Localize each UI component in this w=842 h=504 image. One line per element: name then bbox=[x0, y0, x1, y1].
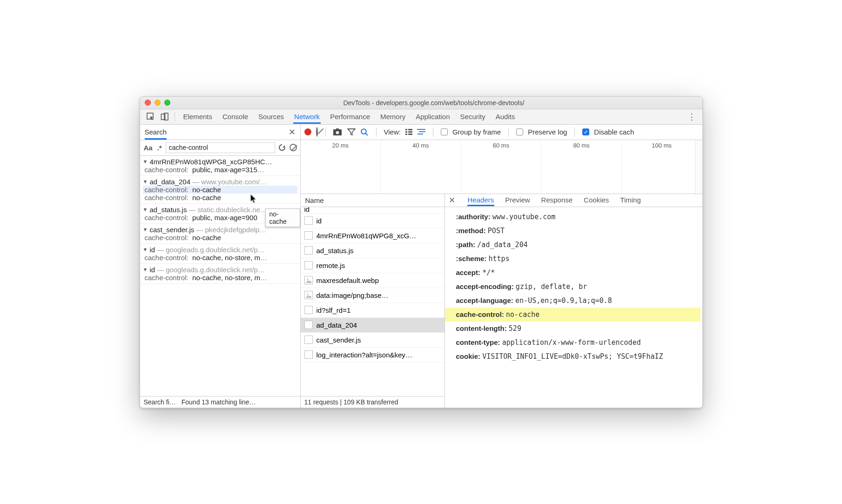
view-label: View: bbox=[384, 128, 401, 136]
detail-tab-cookies[interactable]: Cookies bbox=[583, 194, 609, 206]
request-row[interactable]: id?slf_rd=1 bbox=[301, 303, 445, 318]
search-result-group[interactable]: ▼ id — googleads.g.doubleclick.net/p…cac… bbox=[140, 264, 300, 284]
request-row[interactable]: remote.js bbox=[301, 258, 445, 273]
request-row[interactable]: maxresdefault.webp bbox=[301, 273, 445, 288]
request-name: ad_status.js bbox=[317, 247, 354, 255]
image-file-icon bbox=[304, 276, 313, 284]
tab-memory[interactable]: Memory bbox=[379, 109, 406, 124]
waterfall-view-icon[interactable] bbox=[417, 129, 425, 135]
device-toolbar-icon[interactable] bbox=[158, 109, 172, 124]
request-row[interactable]: ad_status.js bbox=[301, 243, 445, 258]
more-icon[interactable]: ⋮ bbox=[685, 112, 699, 122]
request-row[interactable]: id bbox=[301, 207, 445, 214]
search-result-group[interactable]: ▼ ad_data_204 — www.youtube.com/…cache-c… bbox=[140, 176, 300, 204]
request-row[interactable]: 4mrRnEPnWo81qWPG8_xcG… bbox=[301, 228, 445, 243]
request-row[interactable]: cast_sender.js bbox=[301, 333, 445, 348]
filter-icon[interactable] bbox=[347, 128, 356, 136]
search-input[interactable] bbox=[166, 142, 275, 153]
header-row: :method: POST bbox=[456, 224, 701, 238]
request-name: log_interaction?alt=json&key… bbox=[317, 351, 412, 359]
close-icon[interactable]: ✕ bbox=[289, 127, 296, 137]
inspect-element-icon[interactable] bbox=[144, 109, 158, 124]
search-result-line[interactable]: cache-control: no-cache bbox=[143, 186, 297, 194]
separator bbox=[325, 128, 326, 137]
header-row: accept: */* bbox=[456, 266, 701, 280]
tab-elements[interactable]: Elements bbox=[182, 109, 214, 124]
maximize-window-icon[interactable] bbox=[164, 100, 170, 106]
detail-tab-response[interactable]: Response bbox=[541, 194, 573, 206]
file-icon bbox=[304, 216, 313, 225]
file-icon bbox=[304, 306, 313, 314]
file-icon bbox=[304, 261, 313, 269]
tab-network[interactable]: Network bbox=[293, 109, 321, 124]
clear-log-icon[interactable] bbox=[316, 128, 318, 136]
regex-icon[interactable]: .* bbox=[156, 144, 163, 152]
tab-performance[interactable]: Performance bbox=[329, 109, 371, 124]
header-row: :scheme: https bbox=[456, 252, 701, 266]
traffic-lights bbox=[145, 100, 170, 106]
network-content: View: Group by frame Preserve log Disabl… bbox=[301, 125, 702, 408]
group-by-frame-checkbox[interactable] bbox=[441, 128, 448, 135]
request-name: ad_data_204 bbox=[317, 321, 357, 329]
tab-audits[interactable]: Audits bbox=[495, 109, 516, 124]
search-result-line[interactable]: cache-control: public, max-age=315… bbox=[143, 166, 297, 174]
tab-sources[interactable]: Sources bbox=[257, 109, 285, 124]
preserve-log-label: Preserve log bbox=[528, 128, 567, 136]
request-name: id?slf_rd=1 bbox=[317, 306, 351, 314]
scrollbar[interactable] bbox=[695, 140, 702, 194]
capture-screenshots-icon[interactable] bbox=[333, 128, 343, 136]
svg-line-7 bbox=[365, 133, 368, 135]
record-icon[interactable] bbox=[304, 128, 311, 135]
request-row[interactable]: ad_data_204 bbox=[301, 318, 445, 333]
search-footer: Search fi… Found 13 matching line… bbox=[140, 396, 300, 408]
search-result-line[interactable]: cache-control: no-cache, no-store, m… bbox=[143, 274, 297, 282]
tab-console[interactable]: Console bbox=[222, 109, 249, 124]
search-result-group[interactable]: ▼ 4mrRnEPnWo81qWPG8_xcGP85HC… cache-cont… bbox=[140, 156, 300, 176]
separator bbox=[376, 128, 377, 137]
request-name: remote.js bbox=[317, 262, 345, 269]
file-icon bbox=[304, 321, 313, 329]
separator bbox=[175, 112, 175, 121]
header-row: content-length: 529 bbox=[456, 322, 701, 336]
request-detail: ✕ HeadersPreviewResponseCookiesTiming :a… bbox=[445, 194, 702, 408]
search-footer-right: Found 13 matching line… bbox=[182, 398, 256, 406]
detail-tab-headers[interactable]: Headers bbox=[467, 194, 495, 206]
detail-tab-timing[interactable]: Timing bbox=[620, 194, 641, 206]
disable-cache-checkbox[interactable] bbox=[582, 128, 589, 135]
search-panel: Search ✕ Aa .* ▼ 4mrRnEPnWo81qWPG8_xcGP8… bbox=[140, 125, 301, 408]
search-result-group[interactable]: ▼ id — googleads.g.doubleclick.net/p…cac… bbox=[140, 244, 300, 264]
request-row[interactable]: data:image/png;base… bbox=[301, 288, 445, 303]
svg-point-5 bbox=[336, 131, 339, 134]
request-list-header[interactable]: Name bbox=[301, 194, 445, 207]
search-results: ▼ 4mrRnEPnWo81qWPG8_xcGP85HC… cache-cont… bbox=[140, 156, 300, 396]
search-tab-label[interactable]: Search bbox=[145, 124, 167, 140]
list-view-icon[interactable] bbox=[405, 129, 412, 135]
clear-icon[interactable] bbox=[289, 143, 297, 152]
preserve-log-checkbox[interactable] bbox=[516, 128, 523, 135]
separator bbox=[433, 128, 433, 137]
close-detail-icon[interactable]: ✕ bbox=[449, 195, 455, 205]
request-list-footer: 11 requests | 109 KB transferred bbox=[301, 396, 445, 408]
request-row[interactable]: log_interaction?alt=json&key… bbox=[301, 348, 445, 363]
search-result-line[interactable]: cache-control: no-cache, no-store, m… bbox=[143, 254, 297, 262]
header-row: cookie: VISITOR_INFO1_LIVE=dDk0-xTswPs; … bbox=[456, 349, 701, 363]
titlebar: DevTools - developers.google.com/web/too… bbox=[140, 97, 702, 109]
timeline-overview[interactable]: 20 ms40 ms60 ms80 ms100 ms bbox=[301, 140, 702, 194]
search-result-line[interactable]: cache-control: no-cache bbox=[143, 194, 297, 202]
network-toolbar: View: Group by frame Preserve log Disabl… bbox=[301, 125, 702, 140]
svg-point-6 bbox=[361, 129, 366, 134]
match-case-icon[interactable]: Aa bbox=[143, 144, 154, 152]
detail-tab-preview[interactable]: Preview bbox=[505, 194, 530, 206]
search-result-line[interactable]: cache-control: no-cache bbox=[143, 234, 297, 242]
header-row: accept-encoding: gzip, deflate, br bbox=[456, 280, 701, 294]
refresh-icon[interactable] bbox=[278, 143, 286, 152]
close-window-icon[interactable] bbox=[145, 100, 151, 106]
tab-security[interactable]: Security bbox=[459, 109, 486, 124]
image-file-icon bbox=[304, 291, 313, 299]
search-icon[interactable] bbox=[360, 128, 369, 136]
request-row[interactable]: id bbox=[301, 214, 445, 228]
tab-application[interactable]: Application bbox=[415, 109, 451, 124]
svg-point-9 bbox=[307, 279, 308, 280]
header-row: content-type: application/x-www-form-url… bbox=[456, 336, 701, 349]
minimize-window-icon[interactable] bbox=[155, 100, 161, 106]
